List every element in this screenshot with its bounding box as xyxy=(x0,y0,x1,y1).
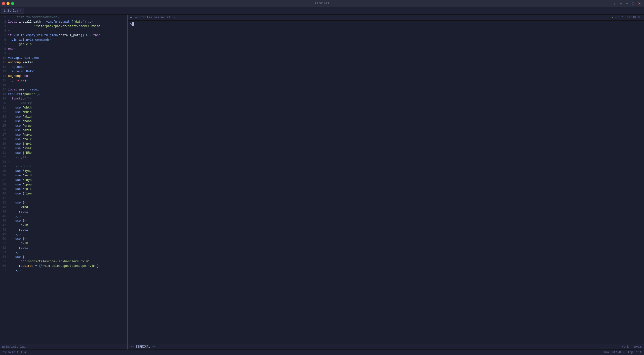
code-line-3: 3 '/site/pack/packer/start/packer.nvim'¬ xyxy=(0,24,127,29)
code-line-43: 43 'wind xyxy=(0,205,127,210)
terminal-mode-label: -- TERMINAL -- xyxy=(130,345,156,349)
code-line-18: 18 require('packer'). xyxy=(0,92,127,96)
vim-statusline: nvim/init.lua lua utf-8 0 Top 1:1 xyxy=(0,349,644,355)
line-content-26: use 'arct xyxy=(8,128,32,133)
code-line-46: 46 use {¬ xyxy=(0,219,127,223)
line-content-51: 'nvim xyxy=(8,241,28,246)
code-line-8: 8 end¬ xyxy=(0,47,127,51)
line-content-14: augroup end¬ xyxy=(8,74,30,78)
line-content-9: ¬ xyxy=(8,51,10,56)
terminal-status-path: ▶ ~/dotfiles master +1 !7 xyxy=(130,16,176,19)
minimize-window-button[interactable] xyxy=(7,2,10,5)
code-line-9: 9 ¬ xyxy=(0,51,127,56)
close-window-button[interactable] xyxy=(2,2,5,5)
code-line-37: 37 use 'rhys xyxy=(0,178,127,182)
line-content-16: ¬ xyxy=(8,83,10,87)
code-line-7: 7 '!git clo xyxy=(0,42,127,47)
line-content-54: use { xyxy=(8,255,24,259)
line-content-3: '/site/pack/packer/start/packer.nvim'¬ xyxy=(8,24,102,29)
terminal-status-left: ▶ ~/dotfiles master +1 !7 xyxy=(130,16,176,19)
vim-status-left: nvim/init.lua xyxy=(3,351,26,354)
code-line-45: 45 },¬ xyxy=(0,214,127,219)
line-content-49: },¬ xyxy=(8,232,21,237)
code-line-13: 13 autocmd BufWr xyxy=(0,69,127,74)
code-line-47: 47 'nvim xyxy=(0,223,127,228)
line-content-50: use {¬ xyxy=(8,237,26,241)
line-content-53: }, xyxy=(8,250,19,255)
code-line-35: 35 use 'kyaz xyxy=(0,169,127,173)
line-content-8: end¬ xyxy=(8,47,15,51)
code-line-29: 29 use {'nvi xyxy=(0,142,127,146)
restore-button[interactable]: □ xyxy=(631,1,635,6)
tab-init-lua[interactable]: init.lua ✕ xyxy=(1,8,24,14)
lua-lang-icon: lua xyxy=(603,351,609,354)
line-content-22: use 'mhin xyxy=(8,110,32,115)
line-content-36: use 'vold xyxy=(8,173,32,178)
line-content-24: use 'hoob xyxy=(8,119,32,124)
prompt-symbol: < xyxy=(130,22,132,27)
code-line-21: 21 use 'wbth xyxy=(0,106,127,110)
code-line-31: 31 use {'RRe xyxy=(0,151,127,155)
close-button[interactable]: ✕ xyxy=(637,1,642,6)
line-content-47: 'nvim xyxy=(8,223,28,228)
code-line-55: 55 'gbrlsnchs/telescope-lsp-handlers.nvi… xyxy=(0,259,127,264)
editor-container: 1 -- vim: foldmethod=marker¬ 2 local ins… xyxy=(0,15,644,344)
line-content-27: use 'nava xyxy=(8,133,32,137)
code-line-40: 40 use {'lew xyxy=(0,191,127,196)
line-content-44: requi xyxy=(8,210,28,214)
code-line-33: 33 ¬ xyxy=(0,160,127,164)
line-content-42: use {¬ xyxy=(8,200,26,205)
code-line-38: 38 use 'tpop xyxy=(0,182,127,187)
code-line-23: 23 use 'akin xyxy=(0,115,127,119)
code-line-42: 42 use {¬ xyxy=(0,200,127,205)
code-line-11: 11 augroup Packer¬ xyxy=(0,60,127,65)
editor-content[interactable]: 1 -- vim: foldmethod=marker¬ 2 local ins… xyxy=(0,15,127,344)
code-line-49: 49 },¬ xyxy=(0,232,127,237)
minimize-button[interactable]: − xyxy=(625,1,629,6)
code-line-51: 51 'nvim xyxy=(0,241,127,246)
terminal-content[interactable]: < xyxy=(128,21,644,344)
window-title: Terminal xyxy=(315,2,329,5)
code-line-25: 25 use 'gruv xyxy=(0,124,127,128)
title-bar-controls: ⌕ ≡ − □ ✕ xyxy=(613,1,642,6)
code-line-50: 50 use {¬ xyxy=(0,237,127,241)
code-line-34: 34 -- IDE-li xyxy=(0,164,127,169)
code-line-44: 44 requi xyxy=(0,210,127,214)
line-content-15: ]], false)¬ xyxy=(8,78,28,83)
code-line-52: 52 requi xyxy=(0,246,127,250)
line-content-35: use 'kyaz xyxy=(8,169,32,173)
traffic-lights xyxy=(2,2,14,5)
code-line-53: 53 }, xyxy=(0,250,127,255)
line-content-29: use {'nvi xyxy=(8,142,32,146)
menu-button[interactable]: ≡ xyxy=(619,1,623,6)
editor-left: 1 -- vim: foldmethod=marker¬ 2 local ins… xyxy=(0,15,128,344)
terminal-time: 12:48:03 xyxy=(627,16,641,19)
terminal-statusbar: ▶ ~/dotfiles master +1 !7 ✓ = 1.18 12:48… xyxy=(128,15,644,21)
code-line-15: 15 ]], false)¬ xyxy=(0,78,127,83)
work-label: work nvim xyxy=(622,345,641,349)
code-line-12: 12 autocmd!¬ xyxy=(0,65,127,69)
tabs-bar: init.lua ✕ xyxy=(0,7,644,15)
tab-label: init.lua xyxy=(4,9,18,13)
line-content-23: use 'akin xyxy=(8,115,32,119)
code-line-32: 32 -- }}}¬ xyxy=(0,155,127,160)
maximize-window-button[interactable] xyxy=(11,2,14,5)
line-content-7: '!git clo xyxy=(8,42,32,47)
code-line-28: 28 use 'folk xyxy=(0,137,127,142)
code-line-48: 48 requi xyxy=(0,228,127,232)
search-button[interactable]: ⌕ xyxy=(613,1,617,6)
line-content-46: use {¬ xyxy=(8,219,26,223)
line-content-21: use 'wbth xyxy=(8,106,32,110)
line-content-39: use 'folk xyxy=(8,187,32,191)
terminal-prompt: < xyxy=(130,22,642,27)
line-content-25: use 'gruv xyxy=(8,124,32,128)
terminal-bottom-status: -- TERMINAL -- work nvim xyxy=(128,344,644,349)
line-content-10: vim.api.nvim_exec xyxy=(8,56,39,60)
line-content-34: -- IDE-li xyxy=(8,164,32,169)
terminal-cursor xyxy=(132,22,134,26)
full-bottom-bar: nvim/init.lua -- TERMINAL -- work nvim xyxy=(0,344,644,349)
tab-close-icon[interactable]: ✕ xyxy=(20,9,22,12)
line-content-37: use 'rhys xyxy=(8,178,32,182)
line-content-11: augroup Packer¬ xyxy=(8,60,35,65)
line-content-52: requi xyxy=(8,246,28,250)
